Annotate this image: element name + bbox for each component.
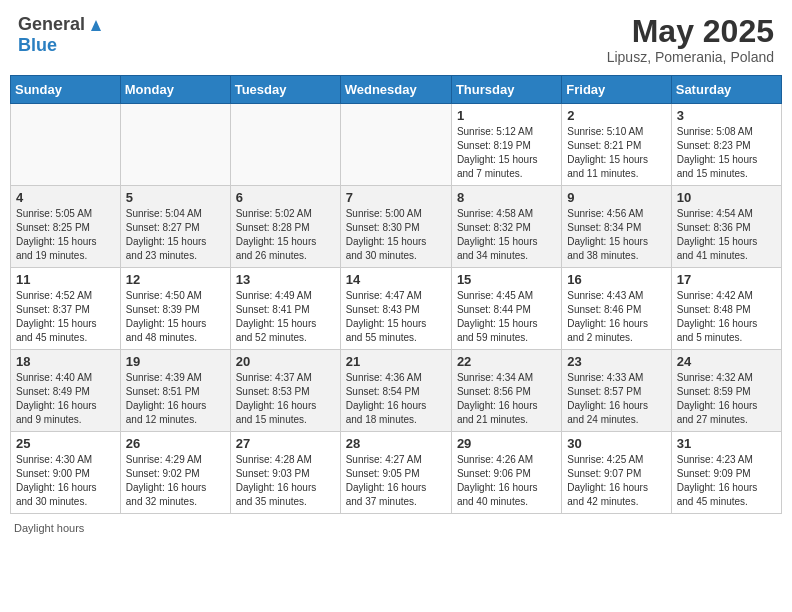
- day-info: Sunrise: 4:39 AM Sunset: 8:51 PM Dayligh…: [126, 371, 225, 427]
- calendar-header-row: Sunday Monday Tuesday Wednesday Thursday…: [11, 76, 782, 104]
- day-number: 7: [346, 190, 446, 205]
- table-row: 12Sunrise: 4:50 AM Sunset: 8:39 PM Dayli…: [120, 268, 230, 350]
- logo-icon: [87, 15, 105, 33]
- day-number: 22: [457, 354, 556, 369]
- day-info: Sunrise: 4:23 AM Sunset: 9:09 PM Dayligh…: [677, 453, 776, 509]
- table-row: 13Sunrise: 4:49 AM Sunset: 8:41 PM Dayli…: [230, 268, 340, 350]
- day-number: 20: [236, 354, 335, 369]
- day-info: Sunrise: 4:28 AM Sunset: 9:03 PM Dayligh…: [236, 453, 335, 509]
- logo-blue: Blue: [18, 35, 57, 56]
- calendar-week-row: 25Sunrise: 4:30 AM Sunset: 9:00 PM Dayli…: [11, 432, 782, 514]
- table-row: 11Sunrise: 4:52 AM Sunset: 8:37 PM Dayli…: [11, 268, 121, 350]
- table-row: 7Sunrise: 5:00 AM Sunset: 8:30 PM Daylig…: [340, 186, 451, 268]
- table-row: 19Sunrise: 4:39 AM Sunset: 8:51 PM Dayli…: [120, 350, 230, 432]
- day-number: 1: [457, 108, 556, 123]
- day-info: Sunrise: 4:42 AM Sunset: 8:48 PM Dayligh…: [677, 289, 776, 345]
- calendar-week-row: 11Sunrise: 4:52 AM Sunset: 8:37 PM Dayli…: [11, 268, 782, 350]
- day-info: Sunrise: 4:40 AM Sunset: 8:49 PM Dayligh…: [16, 371, 115, 427]
- day-number: 23: [567, 354, 665, 369]
- table-row: [340, 104, 451, 186]
- day-info: Sunrise: 4:26 AM Sunset: 9:06 PM Dayligh…: [457, 453, 556, 509]
- table-row: 17Sunrise: 4:42 AM Sunset: 8:48 PM Dayli…: [671, 268, 781, 350]
- table-row: 6Sunrise: 5:02 AM Sunset: 8:28 PM Daylig…: [230, 186, 340, 268]
- table-row: 21Sunrise: 4:36 AM Sunset: 8:54 PM Dayli…: [340, 350, 451, 432]
- day-number: 5: [126, 190, 225, 205]
- day-info: Sunrise: 4:30 AM Sunset: 9:00 PM Dayligh…: [16, 453, 115, 509]
- table-row: 4Sunrise: 5:05 AM Sunset: 8:25 PM Daylig…: [11, 186, 121, 268]
- day-number: 2: [567, 108, 665, 123]
- day-number: 31: [677, 436, 776, 451]
- table-row: [120, 104, 230, 186]
- svg-marker-0: [91, 20, 101, 31]
- table-row: 29Sunrise: 4:26 AM Sunset: 9:06 PM Dayli…: [451, 432, 561, 514]
- day-number: 28: [346, 436, 446, 451]
- day-number: 19: [126, 354, 225, 369]
- day-number: 24: [677, 354, 776, 369]
- table-row: 28Sunrise: 4:27 AM Sunset: 9:05 PM Dayli…: [340, 432, 451, 514]
- table-row: 15Sunrise: 4:45 AM Sunset: 8:44 PM Dayli…: [451, 268, 561, 350]
- day-info: Sunrise: 4:33 AM Sunset: 8:57 PM Dayligh…: [567, 371, 665, 427]
- logo: General Blue: [18, 14, 105, 56]
- day-info: Sunrise: 4:50 AM Sunset: 8:39 PM Dayligh…: [126, 289, 225, 345]
- day-info: Sunrise: 4:37 AM Sunset: 8:53 PM Dayligh…: [236, 371, 335, 427]
- day-number: 3: [677, 108, 776, 123]
- day-number: 11: [16, 272, 115, 287]
- col-tuesday: Tuesday: [230, 76, 340, 104]
- title-area: May 2025 Lipusz, Pomerania, Poland: [607, 14, 774, 65]
- day-number: 18: [16, 354, 115, 369]
- day-info: Sunrise: 5:08 AM Sunset: 8:23 PM Dayligh…: [677, 125, 776, 181]
- table-row: 3Sunrise: 5:08 AM Sunset: 8:23 PM Daylig…: [671, 104, 781, 186]
- calendar-footer: Daylight hours: [10, 522, 782, 534]
- day-info: Sunrise: 4:32 AM Sunset: 8:59 PM Dayligh…: [677, 371, 776, 427]
- col-wednesday: Wednesday: [340, 76, 451, 104]
- day-number: 16: [567, 272, 665, 287]
- day-info: Sunrise: 5:12 AM Sunset: 8:19 PM Dayligh…: [457, 125, 556, 181]
- table-row: 18Sunrise: 4:40 AM Sunset: 8:49 PM Dayli…: [11, 350, 121, 432]
- table-row: 31Sunrise: 4:23 AM Sunset: 9:09 PM Dayli…: [671, 432, 781, 514]
- table-row: 1Sunrise: 5:12 AM Sunset: 8:19 PM Daylig…: [451, 104, 561, 186]
- col-thursday: Thursday: [451, 76, 561, 104]
- calendar-week-row: 18Sunrise: 4:40 AM Sunset: 8:49 PM Dayli…: [11, 350, 782, 432]
- table-row: 10Sunrise: 4:54 AM Sunset: 8:36 PM Dayli…: [671, 186, 781, 268]
- col-friday: Friday: [562, 76, 671, 104]
- day-info: Sunrise: 4:54 AM Sunset: 8:36 PM Dayligh…: [677, 207, 776, 263]
- table-row: 16Sunrise: 4:43 AM Sunset: 8:46 PM Dayli…: [562, 268, 671, 350]
- day-number: 30: [567, 436, 665, 451]
- day-info: Sunrise: 5:02 AM Sunset: 8:28 PM Dayligh…: [236, 207, 335, 263]
- day-info: Sunrise: 4:56 AM Sunset: 8:34 PM Dayligh…: [567, 207, 665, 263]
- day-number: 4: [16, 190, 115, 205]
- table-row: 30Sunrise: 4:25 AM Sunset: 9:07 PM Dayli…: [562, 432, 671, 514]
- table-row: 25Sunrise: 4:30 AM Sunset: 9:00 PM Dayli…: [11, 432, 121, 514]
- day-info: Sunrise: 4:47 AM Sunset: 8:43 PM Dayligh…: [346, 289, 446, 345]
- table-row: 22Sunrise: 4:34 AM Sunset: 8:56 PM Dayli…: [451, 350, 561, 432]
- day-number: 25: [16, 436, 115, 451]
- table-row: 5Sunrise: 5:04 AM Sunset: 8:27 PM Daylig…: [120, 186, 230, 268]
- calendar-week-row: 1Sunrise: 5:12 AM Sunset: 8:19 PM Daylig…: [11, 104, 782, 186]
- day-info: Sunrise: 4:58 AM Sunset: 8:32 PM Dayligh…: [457, 207, 556, 263]
- table-row: 20Sunrise: 4:37 AM Sunset: 8:53 PM Dayli…: [230, 350, 340, 432]
- day-number: 13: [236, 272, 335, 287]
- day-number: 15: [457, 272, 556, 287]
- col-sunday: Sunday: [11, 76, 121, 104]
- daylight-label: Daylight hours: [14, 522, 84, 534]
- table-row: [11, 104, 121, 186]
- table-row: [230, 104, 340, 186]
- day-info: Sunrise: 4:27 AM Sunset: 9:05 PM Dayligh…: [346, 453, 446, 509]
- table-row: 24Sunrise: 4:32 AM Sunset: 8:59 PM Dayli…: [671, 350, 781, 432]
- table-row: 8Sunrise: 4:58 AM Sunset: 8:32 PM Daylig…: [451, 186, 561, 268]
- table-row: 9Sunrise: 4:56 AM Sunset: 8:34 PM Daylig…: [562, 186, 671, 268]
- day-info: Sunrise: 4:43 AM Sunset: 8:46 PM Dayligh…: [567, 289, 665, 345]
- day-number: 17: [677, 272, 776, 287]
- calendar-week-row: 4Sunrise: 5:05 AM Sunset: 8:25 PM Daylig…: [11, 186, 782, 268]
- day-info: Sunrise: 5:05 AM Sunset: 8:25 PM Dayligh…: [16, 207, 115, 263]
- table-row: 2Sunrise: 5:10 AM Sunset: 8:21 PM Daylig…: [562, 104, 671, 186]
- logo-general: General: [18, 14, 85, 35]
- day-number: 26: [126, 436, 225, 451]
- page-header: General Blue May 2025 Lipusz, Pomerania,…: [10, 10, 782, 69]
- table-row: 26Sunrise: 4:29 AM Sunset: 9:02 PM Dayli…: [120, 432, 230, 514]
- location-subtitle: Lipusz, Pomerania, Poland: [607, 49, 774, 65]
- day-info: Sunrise: 4:45 AM Sunset: 8:44 PM Dayligh…: [457, 289, 556, 345]
- day-number: 6: [236, 190, 335, 205]
- day-number: 12: [126, 272, 225, 287]
- day-info: Sunrise: 5:04 AM Sunset: 8:27 PM Dayligh…: [126, 207, 225, 263]
